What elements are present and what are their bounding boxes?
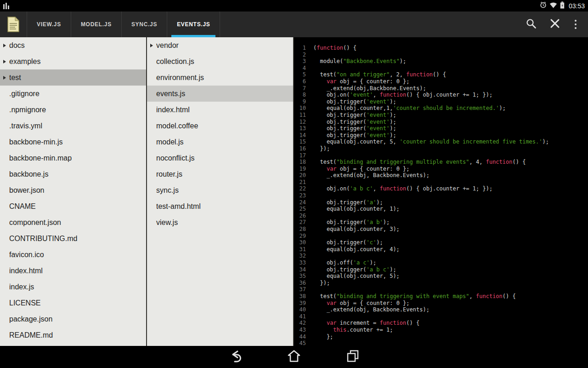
item-label: examples [9,58,40,66]
line-number: 45 [294,340,313,346]
file-item-sync-js[interactable]: sync.js [147,182,293,198]
tab-model-js[interactable]: MODEL.JS [71,12,121,37]
overflow-menu-button[interactable] [567,12,584,37]
line-number: 2 [294,52,313,58]
file-item-backbone-min-js[interactable]: backbone-min.js [0,134,146,150]
file-item-travis-yml[interactable]: .travis.yml [0,118,146,134]
code-text: obj.on('a b c', function() { obj.counter… [313,185,492,192]
code-line: 4 [294,65,588,72]
code-line: 31 equal(obj.counter, 4); [294,246,588,253]
main-content: docsexamplestest.gitignore.npmignore.tra… [0,37,588,346]
file-item-package-json[interactable]: package.json [0,311,146,327]
code-line: 9 obj.trigger('event'); [294,98,588,105]
line-number: 26 [294,213,313,219]
code-line: 39 var obj = { counter: 0 }; [294,300,588,307]
line-number: 40 [294,306,313,313]
file-item-component-json[interactable]: component.json [0,214,146,230]
file-item-view-js[interactable]: view.js [147,214,293,230]
code-text: }); [313,145,330,152]
code-text: obj.trigger('a b'); [313,219,390,226]
item-label: index.js [9,283,34,291]
file-item-model-coffee[interactable]: model.coffee [147,118,293,134]
status-icons: 03:53 [540,1,585,11]
home-button[interactable] [284,349,304,365]
line-number: 37 [294,286,313,293]
code-text: var obj = { counter: 0 }; [313,300,410,307]
code-line: 20 _.extend(obj, Backbone.Events); [294,172,588,179]
line-number: 8 [294,92,313,98]
code-text: equal(obj.counter, 1); [313,206,400,213]
item-label: router.js [156,170,182,178]
line-number: 12 [294,119,313,126]
line-number: 17 [294,152,313,159]
code-text: _.extend(obj,Backbone.Events); [313,85,426,92]
folder-item-test[interactable]: test [0,69,146,86]
file-item-favicon-ico[interactable]: favicon.ico [0,247,146,263]
tab-view-js[interactable]: VIEW.JS [27,12,71,37]
line-number: 11 [294,112,313,119]
back-button[interactable] [226,349,245,365]
code-text: obj.trigger('event'); [313,125,396,132]
file-item-events-js[interactable]: events.js [147,86,293,102]
file-item-backbone-min-map[interactable]: backbone-min.map [0,150,146,166]
code-line: 6 var obj = { counter: 0 }; [294,78,588,85]
recent-apps-icon [346,349,360,365]
line-number: 14 [294,132,313,139]
line-number: 39 [294,300,313,307]
item-label: vendor [156,41,179,50]
code-text: (function() { [313,45,356,52]
recent-apps-button[interactable] [343,349,362,365]
folder-item-vendor[interactable]: vendor [147,37,293,53]
home-icon [287,349,301,365]
file-item-readme-md[interactable]: README.md [0,327,146,343]
folder-item-examples[interactable]: examples [0,53,146,69]
item-label: backbone.js [9,170,48,178]
file-item-test-amd-html[interactable]: test-amd.html [147,198,293,214]
line-number: 9 [294,98,313,105]
code-text: obj.on('event', function() { obj.counter… [313,92,492,98]
item-label: .travis.yml [9,122,42,130]
code-line: 33 obj.off('a c'); [294,259,588,266]
tab-events-js[interactable]: EVENTS.JS [167,12,220,37]
app-logo-icon[interactable] [0,12,27,37]
file-item-index-html[interactable]: index.html [147,102,293,118]
navigation-bar [0,346,588,368]
file-item-gitignore[interactable]: .gitignore [0,86,146,102]
code-line: 3 module("Backbone.Events"); [294,58,588,65]
file-item-router-js[interactable]: router.js [147,166,293,182]
file-item-license[interactable]: LICENSE [0,295,146,311]
file-item-backbone-js[interactable]: backbone.js [0,166,146,182]
file-item-environment-js[interactable]: environment.js [147,69,293,86]
line-number: 13 [294,125,313,132]
search-button[interactable] [519,12,543,37]
code-line: 10 equal(obj.counter,1,'counter should b… [294,105,588,112]
file-item-index-js[interactable]: index.js [0,279,146,295]
code-editor[interactable]: 1(function() {23 module("Backbone.Events… [294,37,588,346]
line-number: 22 [294,185,313,192]
file-item-noconflict-js[interactable]: noconflict.js [147,150,293,166]
line-number: 7 [294,85,313,92]
file-item-collection-js[interactable]: collection.js [147,53,293,69]
code-text: equal(obj.counter, 3); [313,226,400,233]
folder-collapsed-triangle-icon [150,44,153,47]
close-button[interactable] [543,12,567,37]
file-item-cname[interactable]: CNAME [0,198,146,214]
code-line: 40 _.extend(obj, Backbone.Events); [294,306,588,313]
folder-item-docs[interactable]: docs [0,37,146,53]
item-label: .gitignore [9,90,40,98]
code-text: }; [313,334,333,340]
code-line: 41 [294,313,588,320]
tab-sync-js[interactable]: SYNC.JS [121,12,167,37]
item-label: model.coffee [156,122,198,130]
code-line: 23 [294,192,588,199]
file-item-model-js[interactable]: model.js [147,134,293,150]
file-item-bower-json[interactable]: bower.json [0,182,146,198]
file-item-index-html[interactable]: index.html [0,263,146,279]
overflow-menu-icon [575,20,577,29]
file-item-npmignore[interactable]: .npmignore [0,102,146,118]
android-screen: 03:53 VIEW.JSMODEL.JSSYNC.JSEVENTS.JS [0,0,588,368]
line-number: 31 [294,246,313,253]
file-list: vendorcollection.jsenvironment.jsevents.… [147,37,294,346]
file-item-contributing-md[interactable]: CONTRIBUTING.md [0,230,146,247]
code-line: 42 var increment = function() { [294,320,588,327]
